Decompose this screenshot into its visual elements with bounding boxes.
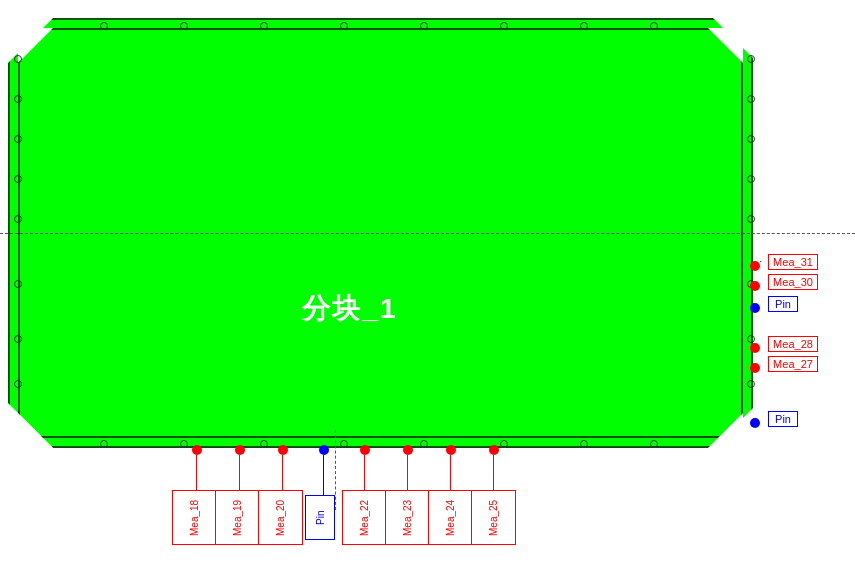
inner-corner-br [708,413,743,448]
screw-top-5 [420,22,428,30]
dot-mea19 [235,445,245,455]
dot-mea20 [278,445,288,455]
screw-right-4 [747,175,755,183]
screw-top-8 [650,22,658,30]
label-pin-b1: Pin [305,495,335,540]
label-mea28: Mea_28 [768,336,818,352]
line-mea31 [760,261,761,262]
dot-pin-r1 [750,303,760,313]
block-label: 分块_1 [200,290,500,328]
screw-left-2 [14,95,22,103]
inner-corner-tr [708,28,743,63]
screw-bottom-6 [500,440,508,448]
screw-left-3 [14,135,22,143]
vertical-divider [335,430,336,510]
screw-bottom-1 [100,440,108,448]
screw-bottom-7 [580,440,588,448]
screw-left-6 [14,280,22,288]
dot-mea25 [489,445,499,455]
screw-left-1 [14,55,22,63]
inner-corner-bl [18,413,53,448]
dot-mea23 [403,445,413,455]
dot-mea28 [750,343,760,353]
dot-mea18 [192,445,202,455]
screw-left-7 [14,335,22,343]
dot-mea27 [750,363,760,373]
screw-right-8 [747,380,755,388]
screw-left-4 [14,175,22,183]
screw-bottom-3 [260,440,268,448]
main-canvas: 分块_1 Mea_31 Mea_30 Pin Mea_28 Mea_27 Pin… [0,0,855,574]
screw-right-1 [747,55,755,63]
screw-bottom-5 [420,440,428,448]
label-mea20: Mea_20 [258,490,303,545]
screw-right-5 [747,215,755,223]
screw-top-2 [180,22,188,30]
screw-left-5 [14,215,22,223]
label-mea27: Mea_27 [768,356,818,372]
screw-bottom-2 [180,440,188,448]
label-mea24: Mea_24 [428,490,473,545]
screw-right-2 [747,95,755,103]
dot-pin-b1 [319,445,329,455]
inner-corner-tl [18,28,53,63]
dot-pin-r2 [750,418,760,428]
screw-top-4 [340,22,348,30]
screw-bottom-4 [340,440,348,448]
dot-mea24 [446,445,456,455]
horizontal-divider [0,233,855,234]
label-pin-r2: Pin [768,411,798,427]
dot-mea31 [750,261,760,271]
label-mea23: Mea_23 [385,490,430,545]
screw-top-1 [100,22,108,30]
screw-top-7 [580,22,588,30]
label-mea22: Mea_22 [342,490,387,545]
dot-mea30 [750,281,760,291]
label-mea31: Mea_31 [768,254,818,270]
label-mea30: Mea_30 [768,274,818,290]
screw-left-8 [14,380,22,388]
label-mea25: Mea_25 [471,490,516,545]
line-pin-b1 [323,455,324,500]
screw-right-3 [747,135,755,143]
screw-right-7 [747,335,755,343]
screw-top-6 [500,22,508,30]
label-pin-r1: Pin [768,296,798,312]
label-mea18: Mea_18 [172,490,217,545]
screw-top-3 [260,22,268,30]
dot-mea22 [360,445,370,455]
label-mea19: Mea_19 [215,490,260,545]
screw-bottom-8 [650,440,658,448]
